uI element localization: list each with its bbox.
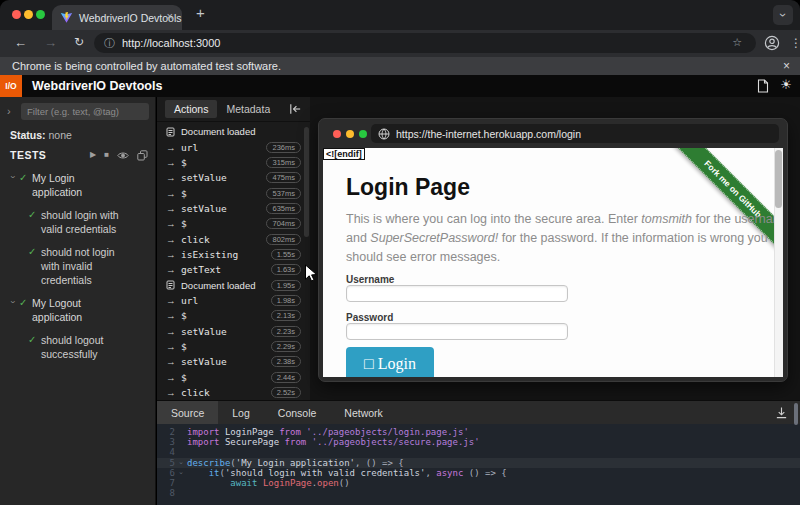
actions-scrollbar[interactable] (304, 127, 309, 237)
action-item[interactable]: →url236ms (157, 139, 310, 154)
action-item[interactable]: →$315ms (157, 155, 310, 170)
window-close-button[interactable] (12, 10, 21, 19)
password-label: Password (346, 312, 393, 323)
line-number: 7 (157, 478, 175, 488)
chevron-down-icon[interactable]: › (6, 296, 19, 324)
action-item[interactable]: →$2.44s (157, 370, 310, 385)
preview-url: https://the-internet.herokuapp.com/login (396, 128, 581, 140)
filter-input[interactable] (21, 103, 149, 120)
username-hint: tomsmith (641, 212, 692, 226)
action-item[interactable]: Document loaded (157, 124, 310, 139)
tab-console[interactable]: Console (264, 401, 331, 424)
test-row[interactable]: ✓should login with valid credentials (28, 208, 156, 236)
copy-layers-icon[interactable] (137, 150, 148, 161)
action-item[interactable]: →setValue2.23s (157, 323, 310, 338)
action-item[interactable]: →getText1.63s (157, 262, 310, 277)
arrow-icon: → (166, 234, 181, 245)
action-label: click (181, 387, 210, 398)
action-item[interactable]: →$2.13s (157, 308, 310, 323)
preview-scrollbar[interactable] (774, 148, 783, 377)
reload-icon[interactable]: ↻ (74, 35, 84, 49)
action-item[interactable]: →click2.52s (157, 385, 310, 400)
url-text[interactable]: http://localhost:3000 (122, 37, 220, 49)
login-button[interactable]: □ Login (346, 347, 434, 377)
automation-infobar: Chrome is being controlled by automated … (0, 57, 800, 75)
action-item[interactable]: →$2.29s (157, 339, 310, 354)
main-content: › Status: none TESTS ▶ ■ ›✓My Login appl… (0, 97, 800, 505)
code-text: import LoginPage from '../pageobjects/lo… (187, 427, 469, 437)
preview-zoom-dot (359, 130, 367, 138)
infobar-message: Chrome is being controlled by automated … (12, 60, 281, 72)
window-zoom-button[interactable] (36, 10, 45, 19)
arrow-icon: → (166, 387, 181, 398)
action-label: setValue (181, 172, 227, 183)
back-icon[interactable]: ← (14, 35, 27, 50)
test-label[interactable]: should login with valid credentials (41, 208, 129, 236)
arrow-icon: → (166, 188, 181, 199)
action-item[interactable]: →url1.98s (157, 293, 310, 308)
tab-network[interactable]: Network (330, 401, 397, 424)
code-scrollbar[interactable] (794, 403, 798, 425)
action-item[interactable]: →$704ms (157, 216, 310, 231)
suite-row[interactable]: ›✓My Logout application (0, 296, 156, 324)
window-minimize-button[interactable] (24, 10, 33, 19)
action-item[interactable]: →setValue475ms (157, 170, 310, 185)
suite-label[interactable]: My Logout application (32, 296, 124, 324)
action-item[interactable]: Document loaded1.95s (157, 277, 310, 292)
fold-chevron-icon[interactable]: › (175, 468, 187, 478)
action-item[interactable]: →isExisting1.55s (157, 247, 310, 262)
username-field[interactable] (346, 285, 568, 302)
tests-label: TESTS (10, 149, 46, 161)
run-tests-icon[interactable]: ▶ (90, 149, 96, 161)
download-icon[interactable] (775, 406, 788, 419)
tab-metadata[interactable]: Metadata (217, 100, 279, 118)
arrow-icon: → (166, 157, 181, 168)
tab-log[interactable]: Log (218, 401, 264, 424)
preview-minimize-dot (346, 130, 354, 138)
code-line: 3import SecurePage from '../pageobjects/… (157, 437, 800, 447)
action-label: setValue (181, 356, 227, 367)
suite-label[interactable]: My Login application (32, 171, 124, 199)
forward-icon[interactable]: → (44, 35, 57, 50)
chevron-down-icon[interactable]: › (6, 171, 19, 199)
source-code-viewer[interactable]: 2import LoginPage from '../pageobjects/l… (157, 424, 800, 505)
suite-row[interactable]: ›✓My Login application (0, 171, 156, 199)
stop-tests-icon[interactable]: ■ (104, 149, 109, 161)
action-item[interactable]: →$537ms (157, 185, 310, 200)
tab-actions[interactable]: Actions (165, 100, 217, 118)
app-title: WebdriverIO Devtools (32, 79, 162, 93)
report-file-icon[interactable] (757, 79, 769, 93)
browser-tab[interactable]: WebdriverIO Devtools × (52, 5, 182, 30)
test-label[interactable]: should not login with invalid credential… (41, 245, 129, 287)
action-item[interactable]: →click802ms (157, 231, 310, 246)
password-field[interactable] (346, 323, 568, 340)
arrow-icon: → (166, 172, 181, 183)
action-item[interactable]: →setValue635ms (157, 201, 310, 216)
arrow-icon: → (166, 264, 181, 275)
address-bar[interactable]: ⓘ http://localhost:3000 ☆ (94, 33, 756, 53)
browser-toolbar: ← → ↻ ⓘ http://localhost:3000 ☆ ⋮ (0, 30, 800, 57)
test-row[interactable]: ✓should logout successfully (28, 333, 156, 361)
duration-badge: 1.63s (271, 264, 301, 275)
menu-dots-icon[interactable]: ⋮ (790, 36, 800, 50)
tab-source[interactable]: Source (157, 401, 218, 424)
infobar-close-icon[interactable]: × (783, 59, 790, 73)
tab-close-icon[interactable]: × (167, 10, 173, 22)
site-info-icon[interactable]: ⓘ (104, 36, 115, 50)
new-tab-button[interactable]: + (196, 4, 205, 21)
test-label[interactable]: should logout successfully (41, 333, 129, 361)
theme-toggle-sun-icon[interactable]: ☀ (780, 77, 792, 92)
action-item[interactable]: →setValue2.38s (157, 354, 310, 369)
code-text: import SecurePage from '../pageobjects/s… (187, 437, 480, 447)
bookmark-star-icon[interactable]: ☆ (732, 36, 742, 49)
watch-eye-icon[interactable] (117, 151, 129, 160)
collapse-panel-icon[interactable] (288, 102, 302, 116)
fold-chevron-icon[interactable]: › (175, 458, 187, 468)
action-label: click (181, 234, 210, 245)
test-row[interactable]: ✓should not login with invalid credentia… (28, 245, 156, 287)
sidebar-collapse-icon[interactable]: › (7, 105, 11, 117)
bottom-panel: Source Log Console Network 2import Login… (157, 400, 800, 505)
profile-icon[interactable] (764, 35, 780, 51)
tab-search-chevron-button[interactable]: › (773, 5, 793, 25)
duration-badge: 2.23s (271, 326, 301, 337)
